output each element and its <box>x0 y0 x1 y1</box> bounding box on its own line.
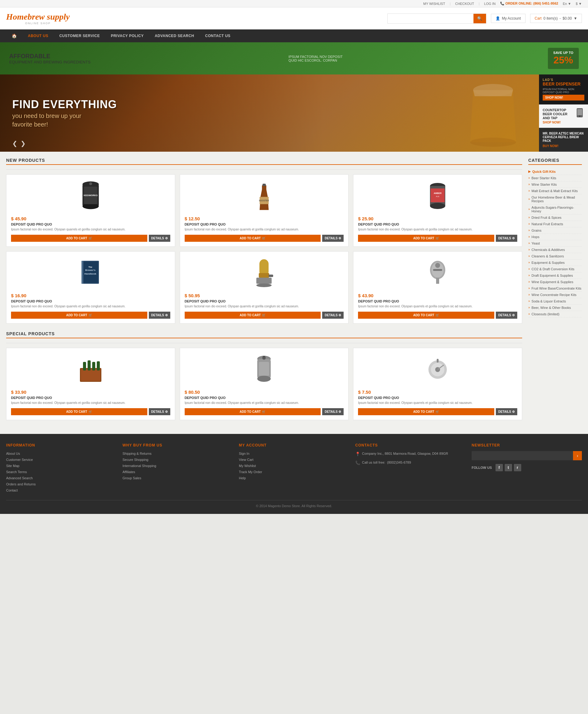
category-link-21[interactable]: » Closeouts (limited) <box>528 312 582 316</box>
footer-account-wishlist[interactable]: My Wishlist <box>239 463 349 468</box>
category-item-5[interactable]: » Adjuncts-Sugars-Flavorings-Honey <box>528 204 582 215</box>
footer-account-cart[interactable]: View Cart <box>239 457 349 462</box>
category-link-7[interactable]: » Natural Fruit Extracts <box>528 222 582 226</box>
language-selector[interactable]: En ▼ <box>563 2 571 5</box>
category-item-9[interactable]: » Hops <box>528 234 582 240</box>
checkout-link[interactable]: CHECKOUT <box>455 2 474 5</box>
category-item-18[interactable]: » Wine Concentrate Recipe Kits <box>528 292 582 298</box>
footer-info-search-terms[interactable]: Search Terms <box>6 469 117 474</box>
add-to-cart-3[interactable]: ADD TO CART 🛒 <box>358 235 494 242</box>
footer-info-about[interactable]: About Us <box>6 451 117 456</box>
add-to-cart-special-3[interactable]: ADD TO CART 🛒 <box>358 408 494 415</box>
category-link-6[interactable]: » Dried Fruit & Spices <box>528 216 582 219</box>
category-item-4[interactable]: » Our Homebrew Beer & Mead Recipes <box>528 194 582 204</box>
category-link-3[interactable]: » Malt Extract & Malt Extract Kits <box>528 189 582 193</box>
nav-advanced-search[interactable]: ADVANCED SEARCH <box>149 30 200 42</box>
side-card-1-btn[interactable]: SHOP NOW! <box>543 95 584 101</box>
footer-info-contact[interactable]: Contact <box>6 488 117 492</box>
nav-contact[interactable]: CONTACT US <box>200 30 236 42</box>
side-card-3-btn[interactable]: BUY NOW! <box>543 144 584 148</box>
footer-info-sitemap[interactable]: Site Map <box>6 463 117 468</box>
footer-why-affiliates[interactable]: Affiliates <box>123 469 233 474</box>
add-to-cart-special-2[interactable]: ADD TO CART 🛒 <box>185 408 321 415</box>
category-item-11[interactable]: » Chemicals & Additives <box>528 247 582 253</box>
wishlist-link[interactable]: MY WISHLIST <box>423 2 445 5</box>
search-input[interactable] <box>388 14 474 23</box>
details-special-1[interactable]: DETAILS ⚙ <box>149 408 170 415</box>
category-item-19[interactable]: » Soda & Liquor Extracts <box>528 298 582 305</box>
category-item-14[interactable]: » CO2 & Draft Conversion Kits <box>528 266 582 272</box>
category-link-14[interactable]: » CO2 & Draft Conversion Kits <box>528 267 582 271</box>
footer-account-signin[interactable]: Sign In <box>239 451 349 456</box>
category-link-17[interactable]: » Fruit Wine Base/Concentrate Kits <box>528 287 582 290</box>
footer-why-shipping[interactable]: Shipping & Returns <box>123 451 233 456</box>
category-link-2[interactable]: » Wine Starter Kits <box>528 183 582 186</box>
category-item-21[interactable]: » Closeouts (limited) <box>528 311 582 318</box>
category-item-15[interactable]: » Draft Equipment & Supplies <box>528 272 582 279</box>
category-link-13[interactable]: » Equipment & Supplies <box>528 261 582 264</box>
search-button[interactable]: 🔍 <box>474 14 486 23</box>
category-link-1[interactable]: » Beer Starter Kits <box>528 176 582 180</box>
add-to-cart-special-1[interactable]: ADD TO CART 🛒 <box>11 408 147 415</box>
category-item-10[interactable]: » Yeast <box>528 240 582 247</box>
twitter-icon[interactable]: t <box>505 464 512 471</box>
category-link-4[interactable]: » Our Homebrew Beer & Mead Recipes <box>528 196 582 203</box>
category-link-9[interactable]: » Hops <box>528 235 582 239</box>
add-to-cart-6[interactable]: ADD TO CART 🛒 <box>358 312 494 319</box>
category-item-1[interactable]: » Beer Starter Kits <box>528 175 582 181</box>
footer-why-group[interactable]: Group Sales <box>123 475 233 480</box>
rss-icon[interactable]: r <box>514 464 521 471</box>
category-item-2[interactable]: » Wine Starter Kits <box>528 181 582 188</box>
footer-why-intl[interactable]: International Shopping <box>123 463 233 468</box>
details-1[interactable]: DETAILS ⚙ <box>149 235 170 242</box>
details-2[interactable]: DETAILS ⚙ <box>322 235 343 242</box>
hero-prev-button[interactable]: ❮ <box>12 140 18 147</box>
category-link-11[interactable]: » Chemicals & Additives <box>528 248 582 251</box>
category-link-19[interactable]: » Soda & Liquor Extracts <box>528 299 582 303</box>
side-card-2-btn[interactable]: SHOP NOW! <box>543 121 584 124</box>
home-icon[interactable]: 🏠 <box>6 29 22 42</box>
category-item-17[interactable]: » Fruit Wine Base/Concentrate Kits <box>528 285 582 292</box>
category-link-20[interactable]: » Beer, Wine & Other Books <box>528 306 582 309</box>
category-item-0[interactable]: ▶ Quick Gift Kits <box>528 168 582 175</box>
category-item-8[interactable]: » Grains <box>528 227 582 234</box>
hero-next-button[interactable]: ❯ <box>21 140 26 147</box>
category-link-12[interactable]: » Cleaners & Sanitizers <box>528 254 582 258</box>
currency-selector[interactable]: $ ▼ <box>576 2 582 5</box>
footer-account-track[interactable]: Track My Order <box>239 469 349 474</box>
facebook-icon[interactable]: f <box>496 464 503 471</box>
details-special-3[interactable]: DETAILS ⚙ <box>496 408 517 415</box>
footer-info-advanced[interactable]: Advanced Search <box>6 475 117 480</box>
category-link-5[interactable]: » Adjuncts-Sugars-Flavorings-Honey <box>528 206 582 213</box>
nav-privacy[interactable]: PRIVACY POLICY <box>105 30 149 42</box>
footer-account-help[interactable]: Help <box>239 475 349 480</box>
category-link-8[interactable]: » Grains <box>528 229 582 232</box>
details-5[interactable]: DETAILS ⚙ <box>322 312 343 319</box>
add-to-cart-5[interactable]: ADD TO CART 🛒 <box>185 312 321 319</box>
category-item-6[interactable]: » Dried Fruit & Spices <box>528 215 582 221</box>
add-to-cart-1[interactable]: ADD TO CART 🛒 <box>11 235 147 242</box>
nav-about[interactable]: ABOUT US <box>22 30 54 42</box>
nav-customer-service[interactable]: CUSTOMER SERVICE <box>54 30 105 42</box>
category-item-3[interactable]: » Malt Extract & Malt Extract Kits <box>528 188 582 194</box>
newsletter-submit[interactable]: › <box>573 451 582 460</box>
newsletter-input[interactable] <box>471 451 573 460</box>
logo[interactable]: Homebrew supply ONLINE SHOP <box>6 12 70 25</box>
footer-info-customer[interactable]: Customer Service <box>6 457 117 462</box>
details-special-2[interactable]: DETAILS ⚙ <box>322 408 343 415</box>
category-item-13[interactable]: » Equipment & Supplies <box>528 260 582 266</box>
category-item-12[interactable]: » Cleaners & Sanitizers <box>528 253 582 260</box>
category-link-10[interactable]: » Yeast <box>528 242 582 245</box>
category-item-7[interactable]: » Natural Fruit Extracts <box>528 221 582 227</box>
add-to-cart-2[interactable]: ADD TO CART 🛒 <box>185 235 321 242</box>
add-to-cart-4[interactable]: ADD TO CART 🛒 <box>11 312 147 319</box>
footer-why-secure[interactable]: Secure Shopping <box>123 457 233 462</box>
account-button[interactable]: 👤 My Account <box>491 14 526 23</box>
category-link-0[interactable]: ▶ Quick Gift Kits <box>528 170 582 174</box>
cart-button[interactable]: Cart 0 item(s) - $0.00 ▼ <box>530 14 582 23</box>
footer-info-orders[interactable]: Orders and Returns <box>6 482 117 486</box>
details-6[interactable]: DETAILS ⚙ <box>496 312 517 319</box>
category-link-15[interactable]: » Draft Equipment & Supplies <box>528 274 582 277</box>
category-link-18[interactable]: » Wine Concentrate Recipe Kits <box>528 293 582 297</box>
details-4[interactable]: DETAILS ⚙ <box>149 312 170 319</box>
